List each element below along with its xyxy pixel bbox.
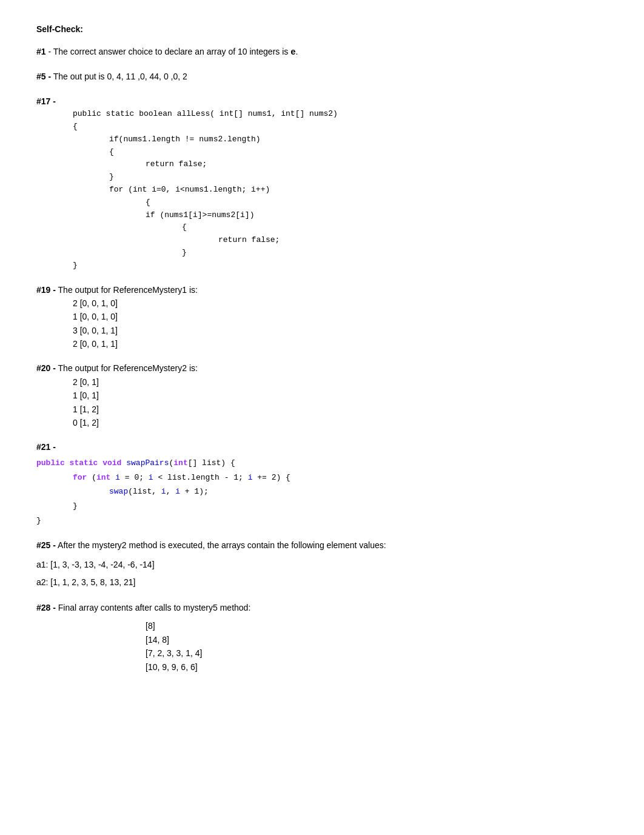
question-19: #19 - The output for ReferenceMystery1 i… bbox=[36, 283, 608, 351]
q28-line-1: [8] bbox=[146, 619, 608, 632]
q17-code-line-8: { bbox=[146, 196, 608, 209]
q19-text: The output for ReferenceMystery1 is: bbox=[56, 285, 198, 295]
question-28: #28 - Final array contents after calls t… bbox=[36, 601, 608, 674]
q17-closing: } bbox=[73, 260, 608, 272]
q25-header: #25 - After the mystery2 method is execu… bbox=[36, 538, 608, 552]
q19-header: #19 - The output for ReferenceMystery1 i… bbox=[36, 283, 608, 297]
question-20: #20 - The output for ReferenceMystery2 i… bbox=[36, 361, 608, 429]
q17-code-line-10: { bbox=[182, 221, 608, 234]
q20-label: #20 - bbox=[36, 363, 56, 373]
q19-line-2: 1 [0, 0, 1, 0] bbox=[73, 310, 608, 323]
q20-text: The output for ReferenceMystery2 is: bbox=[56, 363, 198, 373]
q25-a1: a1: [1, 3, -3, 13, -4, -24, -6, -14] bbox=[36, 558, 608, 571]
q17-code-line-11: return false; bbox=[218, 234, 608, 247]
question-1: #1 - The correct answer choice to declar… bbox=[36, 45, 608, 59]
q17-label-line: #17 - bbox=[36, 95, 608, 108]
q21-code-line-3: swap(list, i, i + 1); bbox=[109, 484, 608, 498]
q1-answer: e bbox=[290, 47, 295, 57]
q1-label: #1 bbox=[36, 47, 46, 56]
q21-label: #21 - bbox=[36, 442, 56, 452]
q19-line-1: 2 [0, 0, 1, 0] bbox=[73, 297, 608, 310]
q25-a2: a2: [1, 1, 2, 3, 5, 8, 13, 21] bbox=[36, 575, 608, 589]
q17-code-line-5: return false; bbox=[146, 158, 608, 171]
q20-header: #20 - The output for ReferenceMystery2 i… bbox=[36, 361, 608, 375]
q20-line-2: 1 [0, 1] bbox=[73, 389, 608, 402]
q17-code-line-7: for (int i=0, i<nums1.length; i++) bbox=[109, 184, 608, 196]
q28-line-3: [7, 2, 3, 3, 1, 4] bbox=[146, 646, 608, 660]
q28-lines: [8] [14, 8] [7, 2, 3, 3, 1, 4] [10, 9, 9… bbox=[146, 619, 608, 674]
q1-end: . bbox=[296, 47, 298, 56]
q20-line-4: 0 [1, 2] bbox=[73, 416, 608, 429]
q21-header: #21 - bbox=[36, 440, 608, 454]
q19-lines: 2 [0, 0, 1, 0] 1 [0, 0, 1, 0] 3 [0, 0, 1… bbox=[73, 297, 608, 351]
q5-label: #5 - bbox=[36, 72, 51, 81]
q21-code: public static void swapPairs(int[] list)… bbox=[36, 455, 608, 528]
q1-text: - The correct answer choice to declare a… bbox=[46, 47, 291, 56]
q17-label: #17 - bbox=[36, 96, 56, 106]
q17-code-line-3: if(nums1.length != nums2.length) bbox=[109, 133, 608, 146]
q25-label: #25 - bbox=[36, 540, 56, 550]
q21-code-line-5: } bbox=[36, 513, 608, 528]
question-25: #25 - After the mystery2 method is execu… bbox=[36, 538, 608, 589]
q28-line-4: [10, 9, 9, 6, 6] bbox=[146, 660, 608, 674]
q28-text: Final array contents after calls to myst… bbox=[56, 603, 250, 612]
self-check-header: Self-Check: bbox=[36, 24, 608, 34]
question-17: #17 - public static boolean allLess( int… bbox=[36, 95, 608, 272]
q21-code-line-2: for (int i = 0; i < list.length - 1; i +… bbox=[73, 470, 608, 485]
q28-line-2: [14, 8] bbox=[146, 633, 608, 646]
q17-code-line-2: { bbox=[73, 121, 608, 133]
q19-line-4: 2 [0, 0, 1, 1] bbox=[73, 337, 608, 350]
question-21: #21 - public static void swapPairs(int[]… bbox=[36, 440, 608, 527]
q17-code-line-12: } bbox=[182, 247, 608, 260]
q21-code-line-4: } bbox=[73, 498, 608, 513]
q25-text: After the mystery2 method is executed, t… bbox=[56, 540, 386, 550]
q20-lines: 2 [0, 1] 1 [0, 1] 1 [1, 2] 0 [1, 2] bbox=[73, 375, 608, 430]
question-5: #5 - The out put is 0, 4, 11 ,0, 44, 0 ,… bbox=[36, 70, 608, 83]
page-content: Self-Check: #1 - The correct answer choi… bbox=[36, 24, 608, 674]
q28-header: #28 - Final array contents after calls t… bbox=[36, 601, 608, 614]
q17-code: public static boolean allLess( int[] num… bbox=[73, 108, 608, 260]
q20-line-1: 2 [0, 1] bbox=[73, 375, 608, 389]
q19-label: #19 - bbox=[36, 285, 56, 295]
q20-line-3: 1 [1, 2] bbox=[73, 403, 608, 416]
q21-code-line-1: public static void swapPairs(int[] list)… bbox=[36, 455, 608, 470]
q17-code-line-6: } bbox=[109, 171, 608, 184]
q5-text: The out put is 0, 4, 11 ,0, 44, 0 ,0, 2 bbox=[51, 72, 187, 81]
q17-code-line-9: if (nums1[i]>=nums2[i]) bbox=[146, 209, 608, 222]
self-check-title: Self-Check: bbox=[36, 24, 83, 34]
q28-label: #28 - bbox=[36, 603, 56, 612]
q17-code-line-1: public static boolean allLess( int[] num… bbox=[73, 108, 608, 121]
q19-line-3: 3 [0, 0, 1, 1] bbox=[73, 324, 608, 337]
q17-code-line-4: { bbox=[109, 146, 608, 159]
